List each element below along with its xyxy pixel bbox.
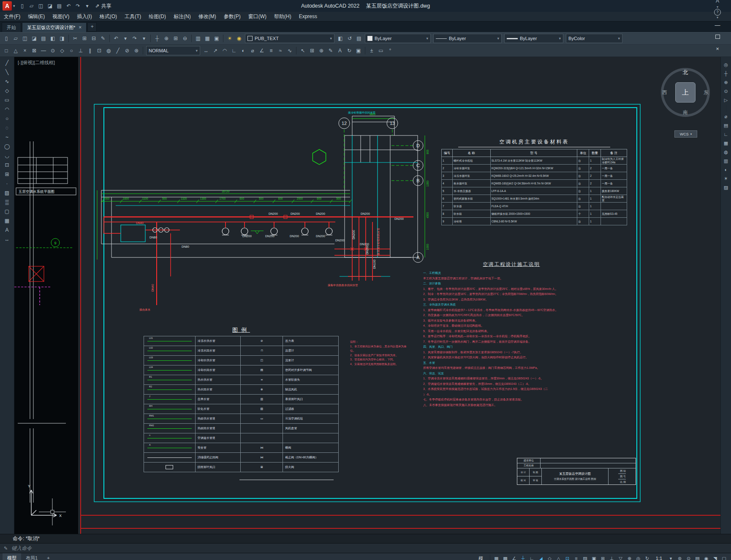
autoscale-icon[interactable]: ↻ (643, 554, 652, 560)
menu-item-5[interactable]: 工具(T) (121, 12, 145, 21)
snap-mode-icon[interactable]: ▩ (501, 554, 510, 560)
zoom-realtime-icon[interactable]: ⊕ (162, 34, 171, 43)
dim-edit-icon[interactable]: ✎ (326, 46, 335, 55)
line-tool-icon[interactable]: ╱ (2, 58, 13, 68)
command-history[interactable]: 命令: *取消* (0, 534, 731, 543)
help-icon[interactable]: ? (714, 9, 721, 16)
tool-palettes-icon[interactable]: ▣ (212, 34, 221, 43)
dim-radius-icon[interactable]: ◐ (239, 46, 248, 55)
rectangle-tool-icon[interactable]: ▭ (2, 95, 13, 105)
dim-aligned-icon[interactable]: ↗ (211, 46, 220, 55)
qat-undo-icon[interactable]: ↶ (64, 2, 73, 10)
snap-to-quadrant-icon[interactable]: ◇ (57, 46, 67, 55)
qat-save-icon[interactable]: ◫ (36, 2, 46, 10)
dim-angular-icon[interactable]: ∠ (257, 46, 266, 55)
graphics-performance-icon[interactable]: ◥ (711, 554, 720, 560)
qat-saveas-icon[interactable]: ◪ (46, 2, 55, 10)
compass-south-label[interactable]: 南 (683, 109, 688, 116)
autodesk-apps-icon[interactable]: A (713, 0, 722, 5)
plot-icon[interactable]: ▤ (39, 34, 48, 43)
snap-to-endpoint-icon[interactable]: □ (2, 46, 11, 55)
snap-none-icon[interactable]: ⊘ (122, 46, 132, 55)
object-snap-icon[interactable]: ⊡ (563, 554, 572, 560)
dynamic-input-icon[interactable]: ┼ (519, 554, 527, 560)
snap-to-insert-icon[interactable]: ◍ (104, 46, 113, 55)
snap-to-perpendicular-icon[interactable]: ⊥ (76, 46, 85, 55)
viewcube[interactable]: 北 南 东 西 上 (661, 68, 710, 117)
point-tool-icon[interactable]: · (2, 179, 13, 188)
measure-tool-icon[interactable]: ⌀ (722, 112, 730, 121)
layout1-tab[interactable]: 布局1 (21, 553, 42, 560)
linetype-control-dropdown[interactable]: ByLayer ▾ (433, 34, 502, 43)
help-dropdown-icon[interactable]: ▾ (717, 16, 718, 19)
dim-diameter-icon[interactable]: ⌀ (248, 46, 257, 55)
menu-item-1[interactable]: 编辑(E) (24, 12, 49, 21)
paste-icon[interactable]: ⊟ (89, 34, 98, 43)
lock-ui-icon[interactable]: ◉ (702, 554, 711, 560)
visual-styles-icon[interactable]: ◍ (722, 148, 730, 157)
qat-dropdown-icon[interactable]: ▾ (83, 2, 92, 10)
qat-new-icon[interactable]: ▯ (18, 2, 27, 10)
ellipse-tool-icon[interactable]: ◯ (2, 142, 13, 151)
snap-to-apparent-icon[interactable]: ⊠ (30, 46, 39, 55)
plot-preview-icon[interactable]: ◧ (48, 34, 57, 43)
compass-west-label[interactable]: 西 (662, 89, 667, 96)
publish-icon[interactable]: ◨ (57, 34, 67, 43)
tab-current-drawing[interactable]: 某五层饭店空调设计图* × (22, 22, 87, 32)
saveas-icon[interactable]: ◪ (30, 34, 39, 43)
menu-item-11[interactable]: 帮助(H) (270, 12, 295, 21)
snap-to-node-icon[interactable]: ⊡ (95, 46, 104, 55)
id-point-icon[interactable]: ° (386, 46, 395, 55)
spline-tool-icon[interactable]: ~ (2, 133, 13, 142)
qat-redo-icon[interactable]: ↷ (73, 2, 83, 10)
zoom-window-icon[interactable]: ⊞ (171, 34, 180, 43)
menu-item-9[interactable]: 参数(P) (220, 12, 245, 21)
dim-linear-icon[interactable]: ↔ (201, 46, 211, 55)
revcloud-tool-icon[interactable]: ◌ (2, 123, 13, 133)
new-tab-button[interactable]: + (87, 22, 97, 32)
zoom-extents-icon[interactable]: ⊕ (722, 78, 730, 87)
model-tab[interactable]: 模型 (3, 553, 21, 560)
circle-tool-icon[interactable]: ○ (2, 114, 13, 123)
menu-item-3[interactable]: 插入(I) (73, 12, 95, 21)
region-tool-icon[interactable]: ▢ (2, 207, 13, 216)
wcs-selector[interactable]: WCS ▾ (674, 130, 697, 138)
designcenter-icon[interactable]: ▦ (203, 34, 212, 43)
workspace-switching-icon[interactable]: ⊛ (675, 554, 684, 560)
make-block-tool-icon[interactable]: ⊞ (2, 170, 13, 179)
annotation-scale-label[interactable]: 1:1 (652, 554, 666, 560)
color-control-dropdown[interactable]: ByLayer ▾ (365, 34, 431, 43)
properties-palette-icon[interactable]: ▥ (193, 34, 203, 43)
osnap-settings-icon[interactable]: ⊛ (132, 46, 141, 55)
ortho-mode-icon[interactable]: ∟ (527, 554, 536, 560)
layer-previous-icon[interactable]: ↺ (345, 34, 354, 43)
pan-icon[interactable]: ┼ (152, 34, 162, 43)
autocad-logo-icon[interactable]: A (3, 1, 12, 11)
menu-item-10[interactable]: 窗口(W) (245, 12, 270, 21)
share-button[interactable]: ⇗ 共享 (95, 3, 111, 10)
polygon-tool-icon[interactable]: ◇ (2, 86, 13, 95)
construction-line-tool-icon[interactable]: ╲ (2, 68, 13, 77)
lightbulb-icon[interactable]: ◉ (234, 34, 244, 43)
ellipse-arc-tool-icon[interactable]: ◡ (2, 151, 13, 160)
snap-to-nearest-icon[interactable]: ╱ (113, 46, 122, 55)
section-plane-icon[interactable]: ▤ (722, 121, 730, 130)
redo-icon[interactable]: ↷ (130, 34, 139, 43)
orbit-icon[interactable]: ⊙ (722, 87, 730, 96)
menu-item-0[interactable]: 文件(F) (0, 12, 24, 21)
tab-start[interactable]: 开始 (2, 22, 21, 32)
compass-north-label[interactable]: 北 (683, 69, 688, 76)
quick-dim-icon[interactable]: ≡ (266, 46, 276, 55)
view-controls-icon[interactable]: ▦ (722, 139, 730, 148)
layer-states-icon[interactable]: ▤ (354, 34, 364, 43)
tolerance-icon[interactable]: ⊞ (307, 46, 317, 55)
showmotion-icon[interactable]: ▷ (722, 96, 730, 105)
dim-continue-icon[interactable]: ∿ (285, 46, 294, 55)
zoom-previous-icon[interactable]: ⊖ (180, 34, 190, 43)
layer-control-dropdown[interactable]: PUB_TEXT ▾ (245, 34, 334, 43)
compass-east-label[interactable]: 东 (704, 89, 709, 96)
menu-item-7[interactable]: 标注(N) (170, 12, 195, 21)
maximize-button[interactable] (711, 31, 724, 43)
full-nav-wheel-icon[interactable]: ◎ (722, 60, 730, 69)
pan-hand-icon[interactable]: ┼ (722, 69, 730, 78)
